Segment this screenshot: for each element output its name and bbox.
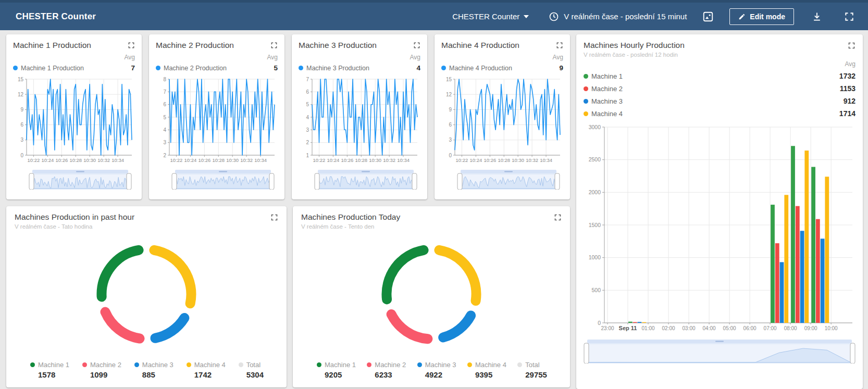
pencil-icon (738, 13, 746, 20)
expand-icon[interactable] (270, 42, 278, 51)
legend-item[interactable]: Machine 4 Production 9 (441, 64, 563, 72)
timewindow-button[interactable]: V reálném čase - poslední 15 minut (549, 11, 687, 22)
avg-column-header: Avg (299, 54, 420, 61)
svg-text:23:00: 23:00 (601, 325, 614, 331)
donut-chart[interactable] (15, 230, 278, 361)
svg-text:10:22: 10:22 (170, 157, 183, 163)
series-dot (156, 66, 160, 70)
expand-icon[interactable] (848, 42, 855, 52)
navigator-handle-left[interactable] (457, 173, 462, 190)
time-navigator[interactable] (457, 170, 563, 192)
expand-icon[interactable] (556, 42, 563, 51)
dashboard-image-button[interactable] (702, 11, 714, 22)
svg-text:10:24: 10:24 (42, 157, 54, 163)
download-icon (812, 11, 822, 22)
navigator-handle-right[interactable] (269, 173, 274, 190)
svg-text:12: 12 (18, 92, 24, 97)
svg-text:10:30: 10:30 (512, 157, 524, 163)
card-title: Machines Production Today (301, 212, 400, 222)
legend-item[interactable]: Machine 3 912 (584, 97, 855, 105)
export-button[interactable] (812, 11, 822, 22)
svg-text:04:00: 04:00 (703, 325, 716, 331)
edit-mode-button[interactable]: Edit mode (729, 8, 794, 25)
svg-text:05:00: 05:00 (723, 325, 736, 331)
svg-text:0: 0 (598, 320, 601, 326)
legend-item[interactable]: Machine 1 Production 7 (13, 64, 135, 72)
svg-text:1000: 1000 (589, 254, 601, 260)
avg-column-header: Avg (584, 60, 855, 68)
series-dot (467, 362, 472, 367)
svg-text:10:30: 10:30 (226, 157, 239, 163)
time-navigator[interactable] (314, 170, 420, 192)
svg-text:6: 6 (449, 122, 452, 128)
production-line-chart[interactable]: 0369121510:2210:2410:2610:2810:3010:3210… (441, 75, 563, 167)
legend-item[interactable]: Machine 3 885 (134, 361, 173, 379)
clock-icon (549, 11, 559, 22)
legend-item[interactable]: Machine 2 Production 5 (156, 64, 278, 72)
svg-text:7: 7 (163, 89, 166, 95)
navigator-handle-left[interactable] (315, 173, 319, 190)
production-line-chart[interactable]: 123456710:2210:2410:2610:2810:3010:3210:… (299, 75, 420, 167)
card-title: Machine 4 Production (441, 41, 519, 50)
svg-text:10:28: 10:28 (498, 157, 510, 163)
legend-item[interactable]: Machine 3 4922 (417, 361, 456, 379)
expand-icon[interactable] (554, 214, 562, 223)
legend-item[interactable]: Machine 1 9205 (317, 361, 356, 379)
fullscreen-button[interactable] (844, 11, 854, 22)
navigator-handle-right[interactable] (127, 173, 131, 190)
machine-production-card: Machine 3 Production Avg Machine 3 Produ… (292, 34, 427, 199)
expand-icon[interactable] (270, 214, 278, 223)
series-dot (82, 362, 87, 367)
expand-icon[interactable] (413, 42, 420, 51)
avg-value: 9 (559, 64, 563, 72)
svg-text:15: 15 (446, 77, 452, 82)
legend-item[interactable]: Machine 1 1732 (584, 72, 855, 80)
production-line-chart[interactable]: 234567810:2210:2410:2610:2810:3010:3210:… (156, 75, 278, 167)
svg-text:1: 1 (306, 153, 309, 158)
series-dot (517, 362, 522, 367)
legend-item[interactable]: Machine 4 1742 (187, 361, 226, 379)
navigator-handle-right[interactable] (850, 343, 855, 363)
legend-item[interactable]: Machine 3 Production 4 (299, 64, 420, 72)
card-title: Machines Hourly Production (584, 41, 685, 50)
svg-text:10:32: 10:32 (97, 157, 110, 163)
navigator-handle-right[interactable] (555, 173, 560, 190)
legend-item[interactable]: Machine 2 1099 (82, 361, 121, 379)
expand-icon[interactable] (128, 42, 135, 51)
legend-item-total[interactable]: Total 29755 (517, 361, 547, 379)
legend-item[interactable]: Machine 4 9395 (467, 361, 506, 379)
svg-text:09:00: 09:00 (804, 325, 817, 331)
series-dot (317, 362, 321, 367)
svg-text:3: 3 (449, 137, 452, 143)
navigator-handle-left[interactable] (584, 343, 589, 363)
svg-text:10:26: 10:26 (483, 157, 496, 163)
time-navigator[interactable] (584, 340, 855, 366)
navigator-handle-left[interactable] (29, 173, 34, 190)
legend-item[interactable]: Machine 2 1153 (584, 84, 855, 93)
production-line-chart[interactable]: 0369121510:2210:2410:2610:2810:3010:3210… (13, 75, 135, 167)
series-value: 9205 (325, 370, 356, 379)
navigator-handle-left[interactable] (172, 173, 177, 190)
legend-item[interactable]: Machine 1 1578 (30, 361, 69, 379)
avg-column-header: Avg (156, 54, 278, 61)
svg-text:500: 500 (591, 287, 601, 293)
time-navigator[interactable] (29, 170, 135, 192)
svg-text:10:28: 10:28 (355, 157, 367, 163)
series-dot (584, 111, 588, 116)
legend-item[interactable]: Machine 2 6233 (367, 361, 406, 379)
series-value: 29755 (525, 370, 547, 379)
time-navigator[interactable] (171, 170, 278, 192)
svg-text:10:28: 10:28 (69, 157, 82, 163)
svg-text:10:30: 10:30 (369, 157, 381, 163)
dashboard-select[interactable]: CHESTER Counter (452, 12, 529, 21)
donut-chart[interactable] (301, 230, 562, 361)
legend-item[interactable]: Machine 4 1714 (584, 109, 855, 118)
series-dot (187, 362, 191, 367)
app-title: CHESTER Counter (16, 11, 96, 22)
navigator-handle-right[interactable] (412, 173, 417, 190)
svg-text:10:26: 10:26 (341, 157, 353, 163)
svg-text:10:22: 10:22 (28, 157, 40, 163)
series-value: 1099 (90, 370, 121, 379)
legend-item-total[interactable]: Total 5304 (239, 361, 264, 379)
hourly-bar-chart[interactable]: 05001000150020002500300023:00Sep 1101:00… (584, 123, 855, 335)
